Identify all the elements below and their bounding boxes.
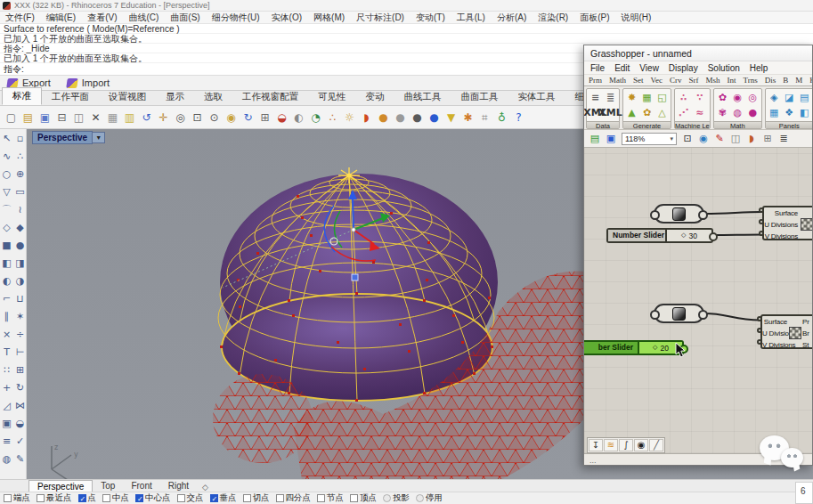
- sidebar-tool-icon[interactable]: ⊞: [13, 361, 27, 378]
- grasshopper-window[interactable]: Grasshopper - unnamed FileEditViewDispla…: [583, 45, 813, 466]
- component-icon[interactable]: ❖: [782, 105, 797, 120]
- viewport-tab[interactable]: Top: [93, 480, 123, 492]
- slider-track[interactable]: ◇30: [667, 230, 711, 241]
- sidebar-tool-icon[interactable]: ⊕: [13, 165, 27, 183]
- component-icon[interactable]: ◉: [730, 90, 745, 105]
- toolbar-tab[interactable]: 曲面工具: [451, 89, 508, 105]
- gh-tab[interactable]: Prm: [589, 76, 602, 85]
- viewport-label[interactable]: Perspective ▼: [32, 131, 105, 144]
- group-label[interactable]: Math: [714, 121, 761, 128]
- osnap-item[interactable]: 投影: [383, 492, 410, 504]
- toolbar-icon[interactable]: ↺: [138, 109, 155, 126]
- gh-tab[interactable]: Msh: [706, 76, 720, 85]
- toolbar-icon[interactable]: ✕: [87, 109, 104, 126]
- toolbar-icon[interactable]: ∴: [324, 109, 341, 126]
- gh-tab[interactable]: M: [795, 76, 802, 85]
- osnap-item[interactable]: 四分点: [276, 492, 312, 504]
- sidebar-tool-icon[interactable]: T: [0, 343, 13, 361]
- component-icon[interactable]: ⋰: [676, 105, 691, 120]
- checkbox-icon[interactable]: [383, 494, 391, 502]
- toolbar-icon[interactable]: ?: [510, 109, 527, 126]
- sidebar-tool-icon[interactable]: ÷: [13, 325, 27, 343]
- gh-tab[interactable]: Dis: [765, 76, 776, 85]
- slider-grip-icon[interactable]: ◇: [653, 345, 657, 351]
- sidebar-tool-icon[interactable]: ◿: [0, 396, 13, 414]
- toolbar-icon[interactable]: ✱: [459, 109, 476, 126]
- viewport-tab[interactable]: Front: [123, 480, 159, 492]
- component-icon[interactable]: ◎: [745, 90, 760, 105]
- sidebar-tool-icon[interactable]: ✶: [13, 307, 27, 325]
- menu-item[interactable]: 细分物件(U): [212, 12, 260, 24]
- group-label[interactable]: Data: [587, 121, 619, 128]
- component-icon[interactable]: ◱: [654, 90, 670, 105]
- toolbar-tab[interactable]: 工作视窗配置: [232, 89, 308, 105]
- slider-label[interactable]: ber Slider: [584, 342, 639, 354]
- mini-toolbar-icon[interactable]: ↧: [589, 439, 603, 451]
- sidebar-tool-icon[interactable]: ●: [13, 236, 27, 254]
- checkbox-icon[interactable]: [350, 494, 358, 502]
- surface-param-node-bottom[interactable]: [654, 304, 704, 323]
- toolbar-icon[interactable]: ▼: [443, 109, 459, 126]
- sidebar-tool-icon[interactable]: ↖: [0, 129, 13, 147]
- component-icon[interactable]: ✿: [639, 105, 654, 120]
- gh-menu-item[interactable]: Edit: [614, 63, 630, 73]
- input-port[interactable]: [757, 328, 762, 333]
- menu-item[interactable]: 工具(L): [457, 12, 485, 24]
- viewport-dropdown-icon[interactable]: ▼: [93, 132, 105, 143]
- menu-item[interactable]: 变动(T): [416, 12, 445, 24]
- osnap-item[interactable]: 停用: [416, 492, 443, 504]
- canvas-toolbar-icon[interactable]: ◗: [744, 132, 759, 146]
- window-titlebar[interactable]: XXX (322 KB) - Rhinoceros 7 Education - …: [0, 0, 813, 12]
- component-icon[interactable]: △: [654, 105, 670, 120]
- gh-tab[interactable]: Math: [609, 76, 626, 85]
- sidebar-tool-icon[interactable]: ↻: [13, 378, 27, 396]
- dome-surface[interactable]: [220, 174, 498, 401]
- input-port[interactable]: [759, 207, 764, 213]
- sidebar-tool-icon[interactable]: +: [0, 378, 13, 396]
- menu-item[interactable]: 曲线(C): [128, 12, 159, 24]
- component-icon[interactable]: ∴: [676, 90, 691, 105]
- gh-menu-item[interactable]: Help: [750, 63, 768, 73]
- checkbox-icon[interactable]: [177, 494, 185, 502]
- canvas-toolbar-icon[interactable]: ✎: [712, 132, 727, 146]
- input-port[interactable]: [759, 219, 764, 224]
- toolbar-icon[interactable]: ▢: [3, 109, 20, 126]
- checkbox-icon[interactable]: [78, 494, 86, 502]
- component-icon[interactable]: ◧: [797, 105, 812, 120]
- sidebar-tool-icon[interactable]: ⌒: [0, 200, 13, 218]
- canvas-toolbar-icon[interactable]: ◫: [728, 132, 743, 146]
- sidebar-tool-icon[interactable]: ■: [0, 236, 13, 254]
- canvas-toolbar-icon[interactable]: ▤: [588, 132, 602, 146]
- menu-item[interactable]: 渲染(R): [538, 12, 568, 24]
- sidebar-tool-icon[interactable]: ◍: [0, 450, 13, 467]
- toolbar-tab[interactable]: 曲线工具: [394, 89, 451, 105]
- toolbar-tab[interactable]: 工作平面: [42, 89, 99, 105]
- sidebar-tool-icon[interactable]: ✎: [13, 450, 27, 467]
- panel-node-bottom[interactable]: Surface U Divisions V Divisions Pr Br St: [760, 314, 812, 349]
- sidebar-tool-icon[interactable]: ◑: [13, 272, 27, 289]
- component-icon[interactable]: ▲: [624, 105, 639, 120]
- toolbar-icon[interactable]: ⊞: [256, 109, 273, 126]
- menu-item[interactable]: 曲面(S): [170, 12, 199, 24]
- checkbox-icon[interactable]: [276, 494, 284, 502]
- checkbox-icon[interactable]: [102, 494, 110, 502]
- corner-notification[interactable]: 6: [795, 482, 813, 504]
- gh-menu-item[interactable]: View: [639, 63, 659, 73]
- component-icon[interactable]: ▤: [797, 90, 812, 105]
- osnap-item[interactable]: 切点: [243, 492, 270, 504]
- sidebar-tool-icon[interactable]: ▫: [13, 129, 27, 147]
- sidebar-tool-icon[interactable]: ◒: [13, 414, 27, 432]
- grasshopper-canvas[interactable]: Surface U Divisions V Divisions Number S…: [584, 148, 812, 453]
- number-slider-top[interactable]: Number Slider ◇30: [606, 228, 713, 243]
- gh-tab[interactable]: K: [809, 76, 813, 85]
- sidebar-tool-icon[interactable]: ∿: [0, 147, 13, 165]
- mini-toolbar-icon[interactable]: ≋: [604, 439, 618, 451]
- checkbox-icon[interactable]: [416, 494, 424, 502]
- toolbar-icon[interactable]: ◫: [70, 109, 87, 126]
- toolbar-icon[interactable]: ▦: [104, 109, 121, 126]
- viewport-tab[interactable]: Right: [160, 480, 197, 492]
- toolbar-icon[interactable]: ☼: [341, 109, 358, 126]
- menu-item[interactable]: 网格(M): [313, 12, 345, 24]
- canvas-toolbar-icon[interactable]: ◉: [696, 132, 711, 146]
- gh-tab[interactable]: Set: [633, 76, 644, 85]
